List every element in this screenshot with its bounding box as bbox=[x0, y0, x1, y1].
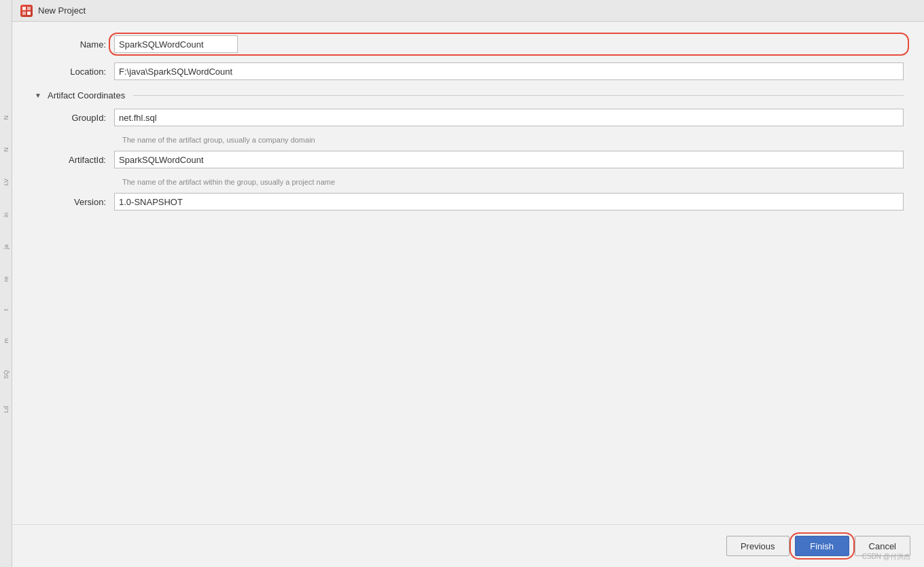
name-row: Name: bbox=[33, 35, 904, 53]
dialog-titlebar: New Project bbox=[12, 0, 924, 22]
sidebar-text-7: t bbox=[3, 309, 10, 311]
dialog-footer: Previous Finish Cancel bbox=[12, 524, 924, 567]
finish-button[interactable]: Finish bbox=[795, 536, 849, 556]
name-input-wrapper bbox=[114, 35, 904, 53]
artifactid-input[interactable] bbox=[114, 151, 904, 168]
groupid-row: GroupId: bbox=[33, 109, 904, 126]
section-divider bbox=[133, 95, 904, 96]
new-project-dialog: New Project Name: Location: ▼ Artifact C… bbox=[12, 0, 924, 567]
version-row: Version: bbox=[33, 193, 904, 211]
svg-rect-2 bbox=[22, 12, 26, 15]
artifactid-label: ArtifactId: bbox=[33, 155, 114, 165]
dialog-content: Name: Location: ▼ Artifact Coordinates G… bbox=[12, 22, 924, 524]
svg-rect-3 bbox=[27, 12, 31, 15]
groupid-label: GroupId: bbox=[33, 113, 114, 123]
previous-button[interactable]: Previous bbox=[726, 536, 789, 556]
location-row: Location: bbox=[33, 62, 904, 80]
groupid-hint: The name of the artifact group, usually … bbox=[122, 136, 904, 144]
artifactid-hint: The name of the artifact within the grou… bbox=[122, 178, 904, 186]
svg-rect-0 bbox=[22, 7, 26, 10]
sidebar-text-1: N bbox=[3, 115, 10, 120]
left-sidebar: N N LV in ja re t m SQ Ld bbox=[0, 0, 12, 567]
name-label: Name: bbox=[33, 39, 114, 50]
section-toggle[interactable]: ▼ bbox=[33, 90, 43, 100]
sidebar-text-10: Ld bbox=[3, 406, 10, 413]
version-input[interactable] bbox=[114, 193, 904, 211]
app-icon bbox=[20, 5, 33, 17]
location-input[interactable] bbox=[114, 62, 904, 80]
dialog-title: New Project bbox=[38, 5, 86, 16]
name-input[interactable] bbox=[114, 35, 238, 53]
groupid-input[interactable] bbox=[114, 109, 904, 126]
svg-rect-1 bbox=[27, 7, 31, 10]
csdn-watermark: CSDN @付洪杰 bbox=[862, 552, 910, 562]
sidebar-text-5: ja bbox=[3, 244, 10, 249]
sidebar-text-2: N bbox=[3, 147, 10, 152]
finish-button-wrapper: Finish bbox=[795, 536, 849, 556]
artifact-section-header: ▼ Artifact Coordinates bbox=[33, 90, 904, 100]
version-label: Version: bbox=[33, 197, 114, 207]
sidebar-text-3: LV bbox=[3, 179, 10, 185]
sidebar-text-6: re bbox=[3, 276, 10, 282]
sidebar-text-9: SQ bbox=[3, 370, 10, 379]
sidebar-text-4: in bbox=[3, 213, 10, 217]
artifact-section-title: Artifact Coordinates bbox=[48, 90, 125, 100]
sidebar-text-8: m bbox=[3, 338, 10, 344]
artifactid-row: ArtifactId: bbox=[33, 151, 904, 168]
location-label: Location: bbox=[33, 67, 114, 77]
